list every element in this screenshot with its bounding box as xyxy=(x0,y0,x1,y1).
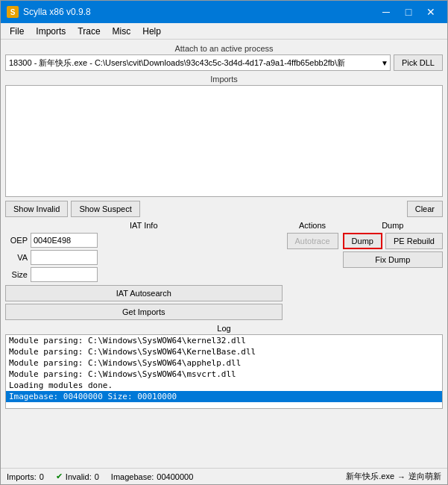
iat-info-label: IAT Info xyxy=(5,221,283,230)
status-ok-icon: ✔ xyxy=(56,472,63,481)
autotrace-button[interactable]: Autotrace xyxy=(287,233,338,249)
status-imagebase-value: 00400000 xyxy=(157,472,193,481)
attach-section: Attach to an active process 18300 - 新年快乐… xyxy=(5,44,443,71)
pe-rebuild-button[interactable]: PE Rebuild xyxy=(385,233,443,249)
process-row: 18300 - 新年快乐.exe - C:\Users\cvit\Downloa… xyxy=(5,54,443,71)
status-imports-label: Imports: xyxy=(7,472,37,481)
dump-section: Dump Dump PE Rebuild Fix Dump xyxy=(343,221,443,320)
actions-section: Actions Autotrace xyxy=(287,221,338,320)
iat-buttons: IAT Autosearch Get Imports xyxy=(5,285,283,320)
minimize-button[interactable]: ─ xyxy=(376,4,397,19)
status-arrow-icon: → xyxy=(397,472,406,481)
size-label: Size xyxy=(5,270,28,279)
imports-label: Imports xyxy=(5,75,443,84)
process-dropdown[interactable]: 18300 - 新年快乐.exe - C:\Users\cvit\Downloa… xyxy=(5,54,391,71)
menu-file[interactable]: File xyxy=(4,25,30,38)
dump-buttons: Dump PE Rebuild Fix Dump xyxy=(343,233,443,268)
log-line[interactable]: Module parsing: C:\Windows\SysWOW64\msvc… xyxy=(6,369,442,380)
status-process-name: 新年快乐.exe xyxy=(346,471,394,482)
log-line[interactable]: Imagebase: 00400000 Size: 00010000 xyxy=(6,391,442,402)
menu-bar: File Imports Trace Misc Help xyxy=(1,23,447,40)
status-process: 新年快乐.exe → 逆向萌新 xyxy=(346,471,441,482)
log-section: Log Module parsing: C:\Windows\SysWOW64\… xyxy=(5,324,443,409)
iat-actions-dump-row: IAT Info OEP VA Size I xyxy=(5,221,443,320)
iat-info-section: IAT Info OEP VA Size I xyxy=(5,221,283,320)
oep-row: OEP xyxy=(5,233,283,248)
dump-button[interactable]: Dump xyxy=(343,233,382,249)
log-line[interactable]: Module parsing: C:\Windows\SysWOW64\apph… xyxy=(6,357,442,369)
actions-label: Actions xyxy=(299,221,326,230)
dropdown-arrow-icon: ▼ xyxy=(381,59,388,67)
window-title: Scylla x86 v0.9.8 xyxy=(23,7,376,17)
main-window: S Scylla x86 v0.9.8 ─ □ ✕ File Imports T… xyxy=(0,0,448,485)
va-input[interactable] xyxy=(31,250,98,265)
status-extra: 逆向萌新 xyxy=(408,471,441,482)
process-value: 18300 - 新年快乐.exe - C:\Users\cvit\Downloa… xyxy=(9,57,387,69)
log-line[interactable]: Module parsing: C:\Windows\SysWOW64\kern… xyxy=(6,335,442,346)
main-content: Attach to an active process 18300 - 新年快乐… xyxy=(1,40,447,468)
clear-button[interactable]: Clear xyxy=(407,201,443,217)
close-button[interactable]: ✕ xyxy=(420,4,441,19)
va-row: VA xyxy=(5,250,283,265)
status-invalid-label: Invalid: xyxy=(66,472,92,481)
get-imports-button[interactable]: Get Imports xyxy=(5,304,283,320)
log-line[interactable]: Loading modules done. xyxy=(6,380,442,391)
status-invalid: ✔ Invalid: 0 xyxy=(56,472,99,481)
size-row: Size xyxy=(5,267,283,282)
title-bar: S Scylla x86 v0.9.8 ─ □ ✕ xyxy=(1,1,447,23)
attach-label: Attach to an active process xyxy=(5,44,443,53)
menu-help[interactable]: Help xyxy=(136,25,167,38)
menu-misc[interactable]: Misc xyxy=(107,25,137,38)
dump-label: Dump xyxy=(382,221,403,230)
fix-dump-button[interactable]: Fix Dump xyxy=(343,251,443,268)
log-line[interactable]: Module parsing: C:\Windows\SysWOW64\Kern… xyxy=(6,346,442,357)
dump-top-row: Dump PE Rebuild xyxy=(343,233,443,249)
imports-section: Imports xyxy=(5,75,443,197)
oep-label: OEP xyxy=(5,236,28,245)
dump-bottom-row: Fix Dump xyxy=(343,251,443,268)
iat-fields: OEP VA Size xyxy=(5,233,283,282)
show-suspect-button[interactable]: Show Suspect xyxy=(71,201,139,217)
show-invalid-button[interactable]: Show Invalid xyxy=(5,201,68,217)
status-imagebase-label: Imagebase: xyxy=(111,472,154,481)
status-imagebase: Imagebase: 00400000 xyxy=(111,472,193,481)
window-controls: ─ □ ✕ xyxy=(376,4,441,19)
iat-autosearch-button[interactable]: IAT Autosearch xyxy=(5,285,283,301)
imports-panel[interactable] xyxy=(5,85,443,197)
log-label: Log xyxy=(5,324,443,333)
status-invalid-value: 0 xyxy=(95,472,99,481)
maximize-button[interactable]: □ xyxy=(398,4,419,19)
menu-imports[interactable]: Imports xyxy=(30,25,72,38)
app-icon: S xyxy=(7,6,19,18)
va-label: VA xyxy=(5,253,28,262)
log-panel[interactable]: Module parsing: C:\Windows\SysWOW64\kern… xyxy=(5,334,443,409)
status-imports: Imports: 0 xyxy=(7,472,44,481)
pick-dll-button[interactable]: Pick DLL xyxy=(394,54,443,71)
status-imports-value: 0 xyxy=(40,472,44,481)
size-input[interactable] xyxy=(31,267,98,282)
status-bar: Imports: 0 ✔ Invalid: 0 Imagebase: 00400… xyxy=(1,468,447,484)
filter-buttons-row: Show Invalid Show Suspect Clear xyxy=(5,201,443,217)
menu-trace[interactable]: Trace xyxy=(72,25,106,38)
oep-input[interactable] xyxy=(31,233,98,248)
